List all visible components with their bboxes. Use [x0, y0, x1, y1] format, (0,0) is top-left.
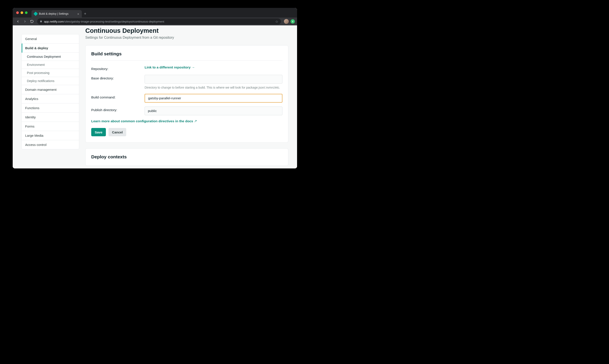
base-directory-input[interactable]	[145, 75, 282, 84]
new-tab-button[interactable]: +	[84, 12, 86, 16]
build-command-label: Build command:	[91, 94, 145, 99]
sidebar-item-forms[interactable]: Forms	[22, 122, 79, 131]
page-subtitle: Settings for Continuous Deployment from …	[85, 36, 288, 39]
deploy-contexts-heading: Deploy contexts	[91, 154, 282, 159]
settings-sidebar: General Build & deploy Continuous Deploy…	[21, 34, 79, 149]
reload-button[interactable]	[29, 18, 35, 25]
learn-more-link[interactable]: Learn more about common configuration di…	[91, 119, 197, 123]
main-content: Continuous Deployment Settings for Conti…	[85, 25, 288, 169]
save-button[interactable]: Save	[91, 128, 106, 136]
back-button[interactable]	[15, 18, 21, 25]
netlify-favicon-icon	[33, 12, 38, 16]
build-settings-card: Build settings Repository: Link to a dif…	[85, 45, 288, 143]
close-tab-icon[interactable]: ×	[77, 12, 79, 15]
cancel-button[interactable]: Cancel	[108, 128, 126, 136]
browser-tab[interactable]: Build & deploy | Settings ×	[31, 10, 82, 17]
sidebar-sub-environment[interactable]: Environment	[22, 61, 79, 69]
sidebar-item-access-control[interactable]: Access control	[22, 140, 79, 149]
minimize-window-icon[interactable]	[21, 11, 23, 14]
publish-directory-input[interactable]	[145, 106, 282, 115]
titlebar: Build & deploy | Settings × +	[13, 8, 297, 17]
sidebar-item-functions[interactable]: Functions	[22, 104, 79, 113]
bookmark-star-icon[interactable]: ☆	[275, 19, 278, 24]
build-settings-heading: Build settings	[91, 51, 282, 61]
profile-avatar[interactable]	[284, 19, 289, 24]
arrow-right-icon: →	[191, 65, 195, 69]
link-repository-link[interactable]: Link to a different repository→	[145, 65, 195, 69]
lock-icon	[40, 20, 42, 23]
sidebar-sub-post-processing[interactable]: Post processing	[22, 69, 79, 77]
external-link-icon: ↗	[194, 119, 197, 123]
url-text: app.netlify.com/sites/gatsby-image-proce…	[44, 20, 164, 23]
sidebar-item-general[interactable]: General	[22, 34, 79, 43]
tab-title: Build & deploy | Settings	[39, 12, 76, 15]
page-viewport[interactable]: General Build & deploy Continuous Deploy…	[13, 25, 297, 169]
sidebar-item-domain-management[interactable]: Domain management	[22, 85, 79, 94]
base-directory-helper: Directory to change to before starting a…	[145, 85, 282, 90]
sidebar-item-analytics[interactable]: Analytics	[22, 94, 79, 104]
publish-directory-label: Publish directory:	[91, 106, 145, 112]
window-controls	[16, 11, 27, 14]
repository-label: Repository:	[91, 65, 145, 71]
base-directory-label: Base directory:	[91, 75, 145, 80]
deploy-contexts-card: Deploy contexts	[85, 148, 288, 166]
browser-window: Build & deploy | Settings × + app.netlif…	[13, 8, 297, 169]
sidebar-item-build-deploy[interactable]: Build & deploy	[22, 43, 79, 53]
forward-button[interactable]	[22, 18, 28, 25]
sidebar-item-identity[interactable]: Identity	[22, 113, 79, 122]
sidebar-item-large-media[interactable]: Large Media	[22, 131, 79, 140]
close-window-icon[interactable]	[16, 11, 19, 14]
maximize-window-icon[interactable]	[25, 11, 27, 14]
build-command-input[interactable]	[145, 94, 282, 103]
extension-badge-icon[interactable]: ⬆	[290, 19, 295, 24]
address-bar: app.netlify.com/sites/gatsby-image-proce…	[13, 17, 297, 25]
sidebar-sub-deploy-notifications[interactable]: Deploy notifications	[22, 77, 79, 85]
url-input[interactable]: app.netlify.com/sites/gatsby-image-proce…	[37, 18, 281, 25]
page-title: Continuous Deployment	[85, 27, 288, 34]
sidebar-sub-continuous-deployment[interactable]: Continuous Deployment	[22, 53, 79, 61]
